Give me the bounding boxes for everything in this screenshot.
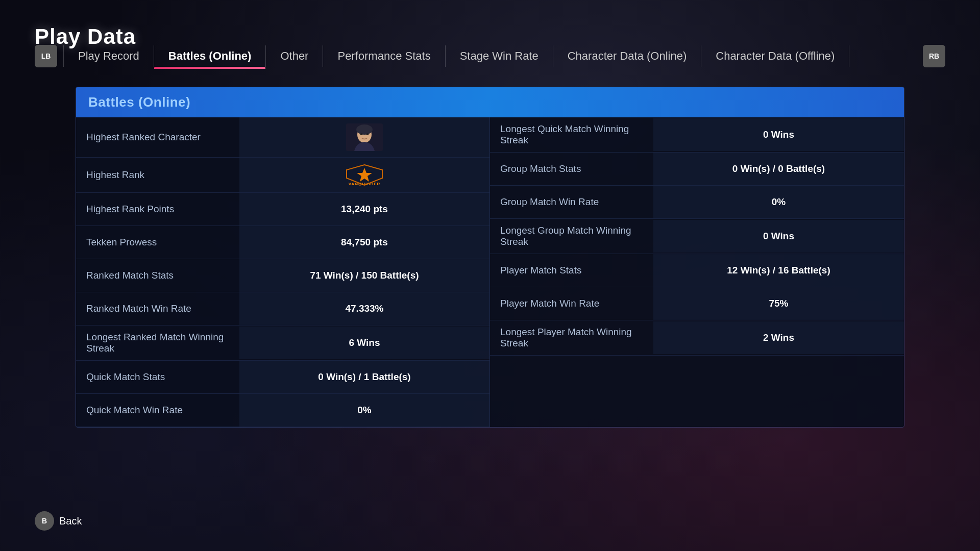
highest-rank-value: VANQUISHER [239,158,489,192]
right-stat-row: Group Match Win Rate0% [490,186,904,219]
stat-value: 2 Wins [653,321,904,354]
stat-value: 13,240 pts [239,193,489,226]
stat-label: Quick Match Win Rate [76,398,239,422]
stat-label: Longest Quick Match Winning Streak [490,117,653,152]
nav-tab-play-record[interactable]: Play Record [63,45,154,67]
left-stat-row: Highest Rank Points13,240 pts [76,193,489,226]
left-stat-row: Highest Ranked Character [76,117,489,158]
svg-point-3 [360,134,363,135]
right-stat-row: Longest Quick Match Winning Streak0 Wins [490,117,904,153]
nav-tab-character-data-online[interactable]: Character Data (Online) [553,45,702,67]
panel-body: Highest Ranked CharacterHighest RankVANQ… [76,117,904,427]
highest-ranked-character-value [239,117,489,157]
left-column: Highest Ranked CharacterHighest RankVANQ… [76,117,490,427]
stat-value: 0 Wins [653,220,904,253]
stat-value: 0 Wins [653,118,904,151]
stat-label: Group Match Win Rate [490,190,653,214]
svg-marker-6 [357,168,372,182]
left-stat-row: Longest Ranked Match Winning Streak6 Win… [76,325,489,361]
svg-point-2 [356,124,373,135]
right-stat-row: Player Match Stats12 Win(s) / 16 Battle(… [490,254,904,287]
nav-tab-stage-win-rate[interactable]: Stage Win Rate [446,45,553,67]
right-stat-row: Longest Group Match Winning Streak0 Wins [490,219,904,254]
stat-label: Highest Rank Points [76,197,239,221]
panel-header: Battles (Online) [76,87,904,117]
left-stat-row: Highest RankVANQUISHER [76,158,489,193]
stat-value: 6 Wins [239,327,489,359]
stat-value: 47.333% [239,292,489,325]
nav-bar: LB Play RecordBattles (Online)OtherPerfo… [35,45,945,67]
stat-label: Player Match Win Rate [490,292,653,315]
battles-online-panel: Battles (Online) Highest Ranked Characte… [76,87,904,428]
left-stat-row: Quick Match Stats0 Win(s) / 1 Battle(s) [76,361,489,394]
left-stat-row: Ranked Match Win Rate47.333% [76,292,489,325]
left-stat-row: Quick Match Win Rate0% [76,394,489,427]
back-button[interactable]: B Back [35,511,82,531]
svg-point-4 [366,134,369,135]
stat-label: Ranked Match Stats [76,264,239,287]
svg-text:VANQUISHER: VANQUISHER [349,182,381,186]
stat-label: Longest Ranked Match Winning Streak [76,325,239,360]
stat-label: Tekken Prowess [76,231,239,254]
stat-value: 75% [653,287,904,320]
stat-label: Longest Player Match Winning Streak [490,320,653,355]
stat-value: 0% [653,186,904,218]
stat-label: Highest Rank [76,163,239,187]
lb-button[interactable]: LB [35,45,57,67]
stat-value: 0% [239,394,489,427]
right-stat-row: Group Match Stats0 Win(s) / 0 Battle(s) [490,153,904,186]
stat-value: 0 Win(s) / 1 Battle(s) [239,361,489,393]
stat-value: 0 Win(s) / 0 Battle(s) [653,153,904,185]
stat-value: 12 Win(s) / 16 Battle(s) [653,254,904,287]
stat-value: 84,750 pts [239,226,489,259]
main-content: Battles (Online) Highest Ranked Characte… [76,87,904,490]
stat-label: Highest Ranked Character [76,126,239,149]
nav-tab-performance-stats[interactable]: Performance Stats [323,45,445,67]
stat-label: Ranked Match Win Rate [76,297,239,320]
panel-header-title: Battles (Online) [88,94,190,110]
stat-value: 71 Win(s) / 150 Battle(s) [239,259,489,292]
nav-tabs: Play RecordBattles (Online)OtherPerforma… [63,45,917,67]
right-column: Longest Quick Match Winning Streak0 Wins… [490,117,904,427]
back-label: Back [59,515,82,527]
stat-label: Player Match Stats [490,259,653,282]
nav-tab-other[interactable]: Other [266,45,323,67]
stat-label: Quick Match Stats [76,365,239,389]
nav-tab-battles-online[interactable]: Battles (Online) [154,45,266,67]
right-stat-row: Player Match Win Rate75% [490,287,904,320]
stat-label: Longest Group Match Winning Streak [490,219,653,254]
stat-label: Group Match Stats [490,157,653,181]
nav-tab-character-data-offline[interactable]: Character Data (Offline) [701,45,849,67]
b-button-icon: B [35,511,54,531]
left-stat-row: Ranked Match Stats71 Win(s) / 150 Battle… [76,259,489,292]
right-stat-row: Longest Player Match Winning Streak2 Win… [490,320,904,356]
rb-button[interactable]: RB [923,45,945,67]
left-stat-row: Tekken Prowess84,750 pts [76,226,489,259]
